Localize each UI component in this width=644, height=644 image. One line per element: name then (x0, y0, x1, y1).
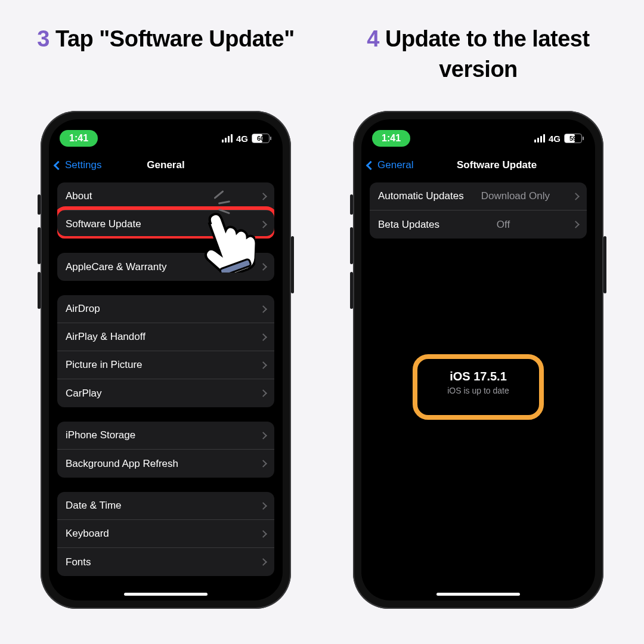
chevron-right-icon (259, 432, 267, 439)
battery-percent: 59 (565, 135, 581, 142)
step4-number: 4 (367, 26, 379, 51)
chevron-right-icon (259, 193, 267, 200)
chevron-right-icon (259, 333, 267, 341)
row-label: Date & Time (66, 500, 122, 512)
chevron-right-icon (259, 263, 267, 271)
battery-icon: 59 (564, 134, 582, 143)
row-label: Background App Refresh (66, 458, 178, 470)
row-detail: Download Only (481, 190, 550, 202)
ios-version: iOS 17.5.1 (361, 370, 595, 383)
step4-caption: 4 Update to the latest version (339, 24, 618, 107)
phone-left: 1:41 4G 60 Settings General (41, 111, 291, 609)
step3-number: 3 (37, 26, 49, 51)
step4-text: Update to the latest version (385, 26, 590, 82)
row-label: AppleCare & Warranty (66, 261, 166, 273)
row-carplay[interactable]: CarPlay (57, 379, 274, 407)
home-indicator[interactable] (436, 593, 520, 596)
row-keyboard[interactable]: Keyboard (57, 520, 274, 548)
row-bg-refresh[interactable]: Background App Refresh (57, 450, 274, 478)
row-label: AirDrop (66, 303, 100, 315)
network-label: 4G (236, 134, 248, 144)
row-auto-updates[interactable]: Automatic Updates Download Only (370, 182, 587, 210)
network-label: 4G (549, 134, 561, 144)
chevron-right-icon (259, 221, 267, 228)
status-bar: 1:41 4G 60 (49, 119, 283, 151)
ios-status: iOS is up to date (361, 386, 595, 395)
status-time: 1:41 (60, 130, 98, 147)
row-label: Software Update (66, 218, 141, 230)
row-label: About (66, 190, 92, 202)
chevron-right-icon (259, 389, 267, 397)
signal-icon (222, 134, 233, 143)
chevron-right-icon (259, 460, 267, 467)
chevron-left-icon (366, 160, 376, 170)
row-airplay[interactable]: AirPlay & Handoff (57, 323, 274, 351)
row-label: iPhone Storage (66, 429, 135, 441)
row-storage[interactable]: iPhone Storage (57, 422, 274, 450)
chevron-right-icon (572, 193, 580, 200)
row-label: CarPlay (66, 388, 101, 400)
chevron-right-icon (259, 305, 267, 313)
step3-caption: 3 Tap "Software Update" (37, 24, 294, 107)
row-label: AirPlay & Handoff (66, 331, 145, 343)
row-datetime[interactable]: Date & Time (57, 492, 274, 520)
chevron-right-icon (259, 530, 267, 538)
row-label: Fonts (66, 556, 91, 568)
tap-pointer-icon (197, 207, 255, 275)
chevron-right-icon (572, 221, 580, 228)
row-detail: Off (497, 219, 510, 231)
back-button[interactable]: General (367, 159, 413, 171)
nav-title: General (49, 159, 283, 171)
status-time: 1:41 (372, 130, 410, 147)
signal-icon (534, 134, 545, 143)
status-bar: 1:41 4G 59 (361, 119, 595, 151)
row-beta-updates[interactable]: Beta Updates Off (370, 210, 587, 239)
nav-title: Software Update (433, 159, 537, 171)
row-airdrop[interactable]: AirDrop (57, 295, 274, 323)
row-label: Keyboard (66, 528, 109, 540)
row-label: Picture in Picture (66, 359, 143, 371)
update-status: iOS 17.5.1 iOS is up to date (361, 370, 595, 395)
chevron-right-icon (259, 502, 267, 510)
chevron-right-icon (259, 361, 267, 369)
chevron-right-icon (259, 558, 267, 566)
step3-text: Tap "Software Update" (55, 26, 295, 51)
row-pip[interactable]: Picture in Picture (57, 351, 274, 379)
battery-percent: 60 (252, 135, 269, 142)
row-label: Beta Updates (378, 219, 439, 231)
row-fonts[interactable]: Fonts (57, 548, 274, 576)
phone-right: 1:41 4G 59 General Software Update (353, 111, 603, 609)
row-about[interactable]: About (57, 182, 274, 210)
row-label: Automatic Updates (378, 190, 464, 202)
back-label: General (377, 159, 413, 171)
home-indicator[interactable] (124, 593, 208, 596)
battery-icon: 60 (252, 134, 270, 143)
